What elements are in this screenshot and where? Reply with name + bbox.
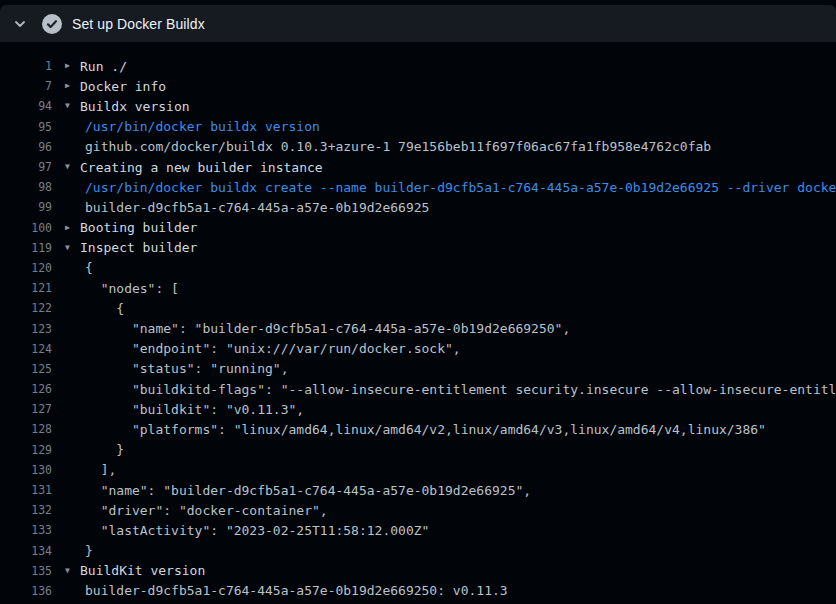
line-number: 1 xyxy=(0,59,52,73)
line-number: 120 xyxy=(0,261,52,275)
output-text: "nodes": [ xyxy=(85,281,179,296)
line-number: 129 xyxy=(0,443,52,457)
line-number: 124 xyxy=(0,342,52,356)
log-line: 134 } xyxy=(0,541,836,561)
line-number: 100 xyxy=(0,221,52,235)
line-number: 99 xyxy=(0,200,52,214)
output-text: { xyxy=(85,260,93,275)
group-title: Inspect builder xyxy=(80,240,197,255)
log-line: 126 "buildkitd-flags": "--allow-insecure… xyxy=(0,379,836,399)
output-text: "buildkit": "v0.11.3", xyxy=(85,402,304,417)
output-text: builder-d9cfb5a1-c764-445a-a57e-0b19d2e6… xyxy=(85,583,508,598)
output-text: github.com/docker/buildx 0.10.3+azure-1 … xyxy=(85,139,711,154)
group-title: Booting builder xyxy=(80,220,197,235)
log-line: 99 builder-d9cfb5a1-c764-445a-a57e-0b19d… xyxy=(0,197,836,217)
log-output: 1 ▶ Run ./ 7 ▶ Docker info 94 ▼ Buildx v… xyxy=(0,42,836,601)
log-line: 121 "nodes": [ xyxy=(0,278,836,298)
output-text: "platforms": "linux/amd64,linux/amd64/v2… xyxy=(85,422,766,437)
line-number: 125 xyxy=(0,362,52,376)
output-text: "buildkitd-flags": "--allow-insecure-ent… xyxy=(85,382,836,397)
command-text: /usr/bin/docker buildx version xyxy=(85,119,320,134)
triangle-right-icon[interactable]: ▶ xyxy=(65,224,73,232)
actions-log-viewer: Set up Docker Buildx 1 ▶ Run ./ 7 ▶ Dock… xyxy=(0,5,836,604)
check-circle-icon xyxy=(42,14,62,34)
log-group-header[interactable]: 119 ▼ Inspect builder xyxy=(0,238,836,258)
log-line: 136 builder-d9cfb5a1-c764-445a-a57e-0b19… xyxy=(0,581,836,601)
triangle-down-icon[interactable]: ▼ xyxy=(65,163,73,171)
output-text: "lastActivity": "2023-02-25T11:58:12.000… xyxy=(85,523,429,538)
step-title: Set up Docker Buildx xyxy=(72,16,205,32)
triangle-down-icon[interactable]: ▼ xyxy=(65,567,73,575)
group-title: BuildKit version xyxy=(80,563,205,578)
log-line: 132 "driver": "docker-container", xyxy=(0,500,836,520)
command-text: /usr/bin/docker buildx create --name bui… xyxy=(85,180,836,195)
line-number: 94 xyxy=(0,99,52,113)
log-group-header[interactable]: 135 ▼ BuildKit version xyxy=(0,561,836,581)
log-line: 98 /usr/bin/docker buildx create --name … xyxy=(0,177,836,197)
line-number: 135 xyxy=(0,564,52,578)
line-number: 127 xyxy=(0,402,52,416)
line-number: 134 xyxy=(0,544,52,558)
group-title: Buildx version xyxy=(80,99,190,114)
line-number: 121 xyxy=(0,281,52,295)
log-line: 127 "buildkit": "v0.11.3", xyxy=(0,399,836,419)
triangle-right-icon[interactable]: ▶ xyxy=(65,82,73,90)
output-text: } xyxy=(85,442,124,457)
line-number: 130 xyxy=(0,463,52,477)
log-line: 124 "endpoint": "unix:///var/run/docker.… xyxy=(0,339,836,359)
line-number: 123 xyxy=(0,322,52,336)
log-line: 125 "status": "running", xyxy=(0,359,836,379)
output-text: "status": "running", xyxy=(85,361,289,376)
line-number: 128 xyxy=(0,422,52,436)
triangle-right-icon[interactable]: ▶ xyxy=(65,62,73,70)
line-number: 98 xyxy=(0,180,52,194)
line-number: 126 xyxy=(0,382,52,396)
line-number: 7 xyxy=(0,79,52,93)
output-text: } xyxy=(85,543,93,558)
triangle-down-icon[interactable]: ▼ xyxy=(65,102,73,110)
line-number: 96 xyxy=(0,140,52,154)
triangle-down-icon[interactable]: ▼ xyxy=(65,244,73,252)
log-group-header[interactable]: 100 ▶ Booting builder xyxy=(0,218,836,238)
log-line: 133 "lastActivity": "2023-02-25T11:58:12… xyxy=(0,520,836,540)
output-text: "driver": "docker-container", xyxy=(85,503,328,518)
log-group-header[interactable]: 1 ▶ Run ./ xyxy=(0,56,836,76)
line-number: 97 xyxy=(0,160,52,174)
line-number: 133 xyxy=(0,523,52,537)
output-text: "name": "builder-d9cfb5a1-c764-445a-a57e… xyxy=(85,483,531,498)
line-number: 136 xyxy=(0,584,52,598)
log-line: 129 } xyxy=(0,440,836,460)
output-text: builder-d9cfb5a1-c764-445a-a57e-0b19d2e6… xyxy=(85,200,429,215)
log-line: 131 "name": "builder-d9cfb5a1-c764-445a-… xyxy=(0,480,836,500)
output-text: "endpoint": "unix:///var/run/docker.sock… xyxy=(85,341,461,356)
log-line: 128 "platforms": "linux/amd64,linux/amd6… xyxy=(0,419,836,439)
line-number: 132 xyxy=(0,503,52,517)
output-text: ], xyxy=(85,462,116,477)
step-header[interactable]: Set up Docker Buildx xyxy=(0,5,836,42)
output-text: "name": "builder-d9cfb5a1-c764-445a-a57e… xyxy=(85,321,570,336)
log-line: 130 ], xyxy=(0,460,836,480)
log-line: 96 github.com/docker/buildx 0.10.3+azure… xyxy=(0,137,836,157)
line-number: 122 xyxy=(0,301,52,315)
log-group-header[interactable]: 7 ▶ Docker info xyxy=(0,76,836,96)
log-line: 120 { xyxy=(0,258,836,278)
output-text: { xyxy=(85,301,124,316)
line-number: 95 xyxy=(0,120,52,134)
group-title: Docker info xyxy=(80,79,166,94)
log-group-header[interactable]: 97 ▼ Creating a new builder instance xyxy=(0,157,836,177)
chevron-down-icon[interactable] xyxy=(12,16,28,32)
line-number: 119 xyxy=(0,241,52,255)
log-line: 123 "name": "builder-d9cfb5a1-c764-445a-… xyxy=(0,318,836,338)
group-title: Run ./ xyxy=(80,59,127,74)
line-number: 131 xyxy=(0,483,52,497)
log-line: 95 /usr/bin/docker buildx version xyxy=(0,117,836,137)
group-title: Creating a new builder instance xyxy=(80,160,323,175)
log-line: 122 { xyxy=(0,298,836,318)
log-group-header[interactable]: 94 ▼ Buildx version xyxy=(0,96,836,116)
